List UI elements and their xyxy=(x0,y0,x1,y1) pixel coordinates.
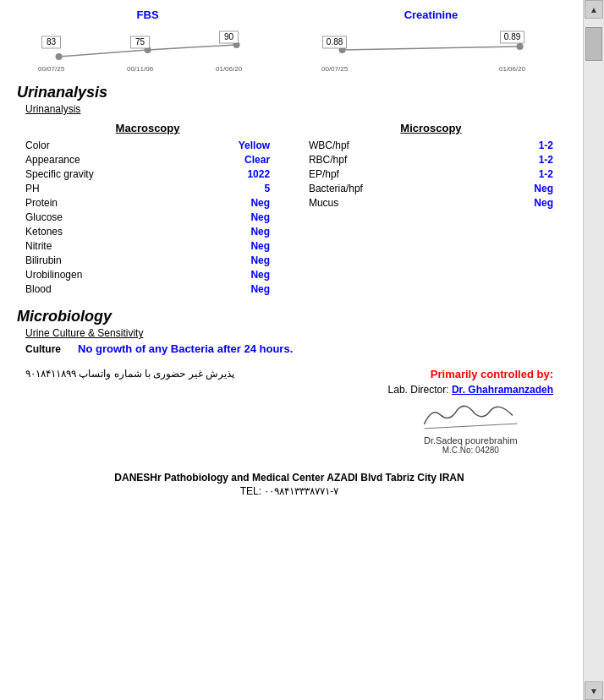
svg-line-1 xyxy=(148,45,237,50)
appearance-value: Clear xyxy=(244,154,270,166)
svg-line-0 xyxy=(59,50,148,57)
signature-area: Dr.Sadeq pourebrahim M.C.No: 04280 xyxy=(388,399,553,455)
lab-director-line: Lab. Director: Dr. Ghahramanzadeh xyxy=(388,384,553,396)
svg-text:00/07/25: 00/07/25 xyxy=(321,65,349,73)
svg-text:01/06/20: 01/06/20 xyxy=(216,65,243,73)
table-row: Glucose Neg xyxy=(17,211,278,223)
urinanalysis-main-title: Urinanalysis xyxy=(17,84,562,101)
footer-line1: DANESHr Pathobiology and Medical Center … xyxy=(17,472,562,484)
signature-mcno: M.C.No: 04280 xyxy=(388,446,553,455)
scroll-down-button[interactable]: ▼ xyxy=(585,681,603,700)
color-value: Yellow xyxy=(239,139,270,151)
urinanalysis-subtitle: Urinanalysis xyxy=(25,103,562,115)
nitrite-label: Nitrite xyxy=(25,240,52,252)
scrollbar: ▲ ▼ xyxy=(583,0,604,700)
table-row: Protein Neg xyxy=(17,197,278,209)
rbc-label: RBC/hpf xyxy=(309,154,347,166)
table-row: Appearance Clear xyxy=(17,154,278,166)
controlled-by-text: Primarily controlled by: xyxy=(388,368,553,380)
microbiology-section: Microbiology Urine Culture & Sensitivity… xyxy=(17,308,562,355)
fbs-chart-area: 83 75 90 00/07/25 00/11/06 01/06/20 xyxy=(17,25,278,75)
nitrite-value: Neg xyxy=(250,240,270,252)
bilirubin-value: Neg xyxy=(250,254,270,266)
svg-text:90: 90 xyxy=(224,32,234,41)
bilirubin-label: Bilirubin xyxy=(25,254,62,266)
creatinine-chart: Creatinine 0.88 0.89 00/07/25 01/06/20 xyxy=(300,8,562,75)
urinanalysis-section: Urinanalysis Urinanalysis Macroscopy Col… xyxy=(17,84,562,298)
table-row: EP/hpf 1-2 xyxy=(300,168,562,180)
specific-gravity-label: Specific gravity xyxy=(25,168,94,180)
ph-value: 5 xyxy=(264,183,270,194)
signature-image xyxy=(419,398,522,436)
table-row: WBC/hpf 1-2 xyxy=(300,139,562,151)
color-label: Color xyxy=(25,139,50,151)
charts-row: FBS 83 75 90 xyxy=(17,8,562,75)
urobilinogen-value: Neg xyxy=(250,269,270,281)
wbc-label: WBC/hpf xyxy=(309,139,349,151)
microscopy-section: Microscopy WBC/hpf 1-2 RBC/hpf 1-2 EP/hp… xyxy=(300,122,562,298)
culture-label: Culture xyxy=(25,343,61,355)
mucus-value: Neg xyxy=(534,197,553,209)
fbs-chart: FBS 83 75 90 xyxy=(17,8,278,75)
table-row: Mucus Neg xyxy=(300,197,562,209)
fbs-title: FBS xyxy=(17,8,278,21)
svg-point-16 xyxy=(516,43,523,50)
director-name: Dr. Ghahramanzadeh xyxy=(452,384,553,396)
svg-text:0.88: 0.88 xyxy=(327,37,343,46)
creatinine-chart-area: 0.88 0.89 00/07/25 01/06/20 xyxy=(300,25,562,75)
table-row: RBC/hpf 1-2 xyxy=(300,154,562,166)
protein-label: Protein xyxy=(25,197,58,209)
culture-value: No growth of any Bacteria after 24 hours… xyxy=(78,342,293,355)
scroll-track xyxy=(585,19,603,681)
ep-value: 1-2 xyxy=(539,168,553,180)
table-row: Nitrite Neg xyxy=(17,240,278,252)
table-row: Ketones Neg xyxy=(17,226,278,238)
creatinine-title: Creatinine xyxy=(300,8,562,21)
persian-contact-text: پذیرش غیر حضوری با شماره واتساپ ۹۰۱۸۴۱۱۸… xyxy=(25,368,234,380)
svg-text:83: 83 xyxy=(47,37,57,46)
table-row: Specific gravity 1022 xyxy=(17,168,278,180)
svg-line-14 xyxy=(342,46,519,50)
lab-director-label: Lab. Director: xyxy=(388,384,449,396)
blood-label: Blood xyxy=(25,283,52,295)
glucose-value: Neg xyxy=(250,211,270,223)
blood-value: Neg xyxy=(250,283,270,295)
microscopy-header: Microscopy xyxy=(300,122,562,134)
table-row: PH 5 xyxy=(17,183,278,194)
ph-label: PH xyxy=(25,183,40,194)
svg-text:00/11/06: 00/11/06 xyxy=(127,65,154,73)
mucus-label: Mucus xyxy=(309,197,338,209)
urinanalysis-content: Macroscopy Color Yellow Appearance Clear… xyxy=(17,122,562,298)
culture-row: Culture No growth of any Bacteria after … xyxy=(17,342,562,355)
glucose-label: Glucose xyxy=(25,211,63,223)
protein-value: Neg xyxy=(250,197,270,209)
svg-text:01/06/20: 01/06/20 xyxy=(499,65,526,73)
table-row: Color Yellow xyxy=(17,139,278,151)
culture-subtitle: Urine Culture & Sensitivity xyxy=(25,327,562,339)
rbc-value: 1-2 xyxy=(539,154,553,166)
bacteria-value: Neg xyxy=(534,183,553,194)
microbiology-title: Microbiology xyxy=(17,308,562,325)
table-row: Blood Neg xyxy=(17,283,278,295)
scroll-thumb[interactable] xyxy=(585,27,602,61)
macroscopy-header: Macroscopy xyxy=(17,122,278,134)
table-row: Bacteria/hpf Neg xyxy=(300,183,562,194)
ketones-value: Neg xyxy=(250,226,270,238)
scroll-up-button[interactable]: ▲ xyxy=(585,0,603,19)
ketones-label: Ketones xyxy=(25,226,63,238)
signature-name: Dr.Sadeq pourebrahim xyxy=(388,435,553,446)
ep-label: EP/hpf xyxy=(309,168,339,180)
signature-block: Primarily controlled by: Lab. Director: … xyxy=(388,368,553,455)
macroscopy-section: Macroscopy Color Yellow Appearance Clear… xyxy=(17,122,278,298)
bacteria-label: Bacteria/hpf xyxy=(309,183,363,194)
appearance-label: Appearance xyxy=(25,154,80,166)
svg-point-2 xyxy=(56,53,63,60)
svg-text:75: 75 xyxy=(135,37,146,46)
table-row: Bilirubin Neg xyxy=(17,254,278,266)
svg-text:0.89: 0.89 xyxy=(504,32,521,41)
bottom-section: پذیرش غیر حضوری با شماره واتساپ ۹۰۱۸۴۱۱۸… xyxy=(17,368,562,455)
svg-line-23 xyxy=(425,424,518,429)
wbc-value: 1-2 xyxy=(539,139,553,151)
table-row: Urobilinogen Neg xyxy=(17,269,278,281)
specific-gravity-value: 1022 xyxy=(247,168,270,180)
